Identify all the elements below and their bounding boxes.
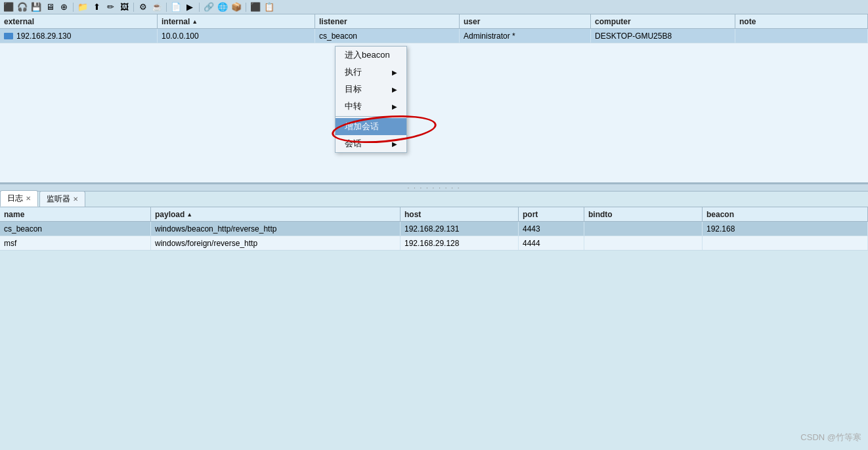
menu-separator — [336, 116, 406, 117]
bottom-table-row-2[interactable]: msf windows/foreign/reverse_http 192.168… — [0, 236, 868, 251]
toolbar-icon-4[interactable]: 🖥 — [44, 1, 56, 13]
toolbar-icon-9[interactable]: 🖼 — [118, 1, 130, 13]
bth-host[interactable]: host — [401, 207, 519, 221]
toolbar-icon-15[interactable]: 🌐 — [217, 1, 228, 13]
th-user[interactable]: user — [460, 14, 591, 28]
toolbar-icon-14[interactable]: 🔗 — [203, 1, 215, 13]
tab-listeners[interactable]: 监听器 ✕ — [39, 191, 85, 207]
toolbar-icon-2[interactable]: 🎧 — [16, 1, 28, 13]
sort-arrow-payload: ▲ — [186, 211, 192, 218]
toolbar: ⬛ 🎧 💾 🖥 ⊕ 📁 ⬆ ✏ 🖼 ⚙ ☕ 📄 ▶ 🔗 🌐 📦 ⬛ 📋 — [0, 0, 868, 14]
tabs-bar: 日志 ✕ 监听器 ✕ — [0, 192, 868, 207]
toolbar-icon-12[interactable]: 📄 — [170, 1, 182, 13]
btd-port-2: 4444 — [519, 236, 584, 250]
toolbar-icon-16[interactable]: 📦 — [230, 1, 242, 13]
toolbar-icon-7[interactable]: ⬆ — [91, 1, 102, 13]
btd-name-1: cs_beacon — [0, 222, 151, 235]
th-external[interactable]: external — [0, 14, 158, 28]
bth-port[interactable]: port — [519, 207, 584, 221]
td-computer: DESKTOP-GMU25B8 — [591, 29, 735, 43]
toolbar-icon-6[interactable]: 📁 — [77, 1, 89, 13]
context-menu: 进入beacon 执行 ▶ 目标 ▶ 中转 ▶ 增加会话 会话 ▶ — [335, 46, 407, 153]
menu-item-target[interactable]: 目标 ▶ — [336, 81, 406, 98]
btd-host-1: 192.168.29.131 — [401, 222, 519, 235]
toolbar-icon-17[interactable]: ⬛ — [250, 1, 261, 13]
top-panel: external internal ▲ listener user comput… — [0, 14, 868, 184]
btd-beacon-1: 192.168 — [703, 222, 868, 235]
bottom-table-row-1[interactable]: cs_beacon windows/beacon_http/reverse_ht… — [0, 222, 868, 236]
bth-beacon[interactable]: beacon — [703, 207, 868, 221]
toolbar-icon-1[interactable]: ⬛ — [3, 1, 14, 13]
tab-close-logs[interactable]: ✕ — [26, 195, 31, 202]
td-user: Administrator * — [460, 29, 591, 43]
tab-logs[interactable]: 日志 ✕ — [0, 190, 38, 207]
toolbar-icon-13[interactable]: ▶ — [184, 1, 196, 13]
btd-bindto-1 — [584, 222, 703, 235]
td-internal: 10.0.0.100 — [158, 29, 315, 43]
menu-arrow-execute: ▶ — [392, 69, 397, 76]
monitor-icon — [4, 33, 13, 39]
th-computer[interactable]: computer — [591, 14, 735, 28]
watermark: CSDN @竹等寒 — [800, 432, 861, 443]
btd-payload-1: windows/beacon_http/reverse_http — [151, 222, 401, 235]
menu-arrow-relay: ▶ — [392, 103, 397, 110]
th-listener[interactable]: listener — [315, 14, 460, 28]
td-note — [735, 29, 868, 43]
bth-name[interactable]: name — [0, 207, 151, 221]
th-internal[interactable]: internal ▲ — [158, 14, 315, 28]
tab-close-listeners[interactable]: ✕ — [73, 195, 78, 203]
menu-item-add-session[interactable]: 增加会话 — [336, 118, 406, 135]
btd-port-1: 4443 — [519, 222, 584, 235]
btd-host-2: 192.168.29.128 — [401, 236, 519, 250]
menu-arrow-session: ▶ — [392, 140, 397, 148]
btd-beacon-2 — [703, 236, 868, 250]
btd-payload-2: windows/foreign/reverse_http — [151, 236, 401, 250]
sort-arrow-internal: ▲ — [192, 18, 198, 25]
btd-bindto-2 — [584, 236, 703, 250]
resize-handle[interactable]: · · · · · · · · · — [0, 184, 868, 192]
top-table-header: external internal ▲ listener user comput… — [0, 14, 868, 29]
toolbar-separator-4 — [199, 3, 200, 12]
btd-name-2: msf — [0, 236, 151, 250]
toolbar-icon-10[interactable]: ⚙ — [137, 1, 149, 13]
bth-bindto[interactable]: bindto — [584, 207, 703, 221]
bottom-panel: 日志 ✕ 监听器 ✕ name payload ▲ host port bind… — [0, 192, 868, 251]
bth-payload[interactable]: payload ▲ — [151, 207, 401, 221]
menu-item-enter-beacon[interactable]: 进入beacon — [336, 47, 406, 64]
resize-dots: · · · · · · · · · — [407, 184, 460, 192]
toolbar-icon-11[interactable]: ☕ — [151, 1, 163, 13]
td-listener: cs_beacon — [315, 29, 460, 43]
menu-item-relay[interactable]: 中转 ▶ — [336, 98, 406, 115]
toolbar-separator-5 — [246, 3, 246, 12]
toolbar-icon-5[interactable]: ⊕ — [58, 1, 70, 13]
bottom-table-header: name payload ▲ host port bindto beacon — [0, 207, 868, 222]
toolbar-icon-18[interactable]: 📋 — [263, 1, 275, 13]
toolbar-icon-8[interactable]: ✏ — [104, 1, 116, 13]
menu-arrow-target: ▶ — [392, 86, 397, 93]
toolbar-separator-2 — [133, 3, 134, 12]
menu-item-session[interactable]: 会话 ▶ — [336, 135, 406, 152]
toolbar-separator-1 — [73, 3, 74, 12]
toolbar-icon-3[interactable]: 💾 — [30, 1, 42, 13]
table-row[interactable]: 192.168.29.130 10.0.0.100 cs_beacon Admi… — [0, 29, 868, 43]
menu-item-execute[interactable]: 执行 ▶ — [336, 64, 406, 81]
toolbar-separator-3 — [166, 3, 167, 12]
th-note[interactable]: note — [735, 14, 868, 28]
td-external: 192.168.29.130 — [0, 29, 158, 43]
